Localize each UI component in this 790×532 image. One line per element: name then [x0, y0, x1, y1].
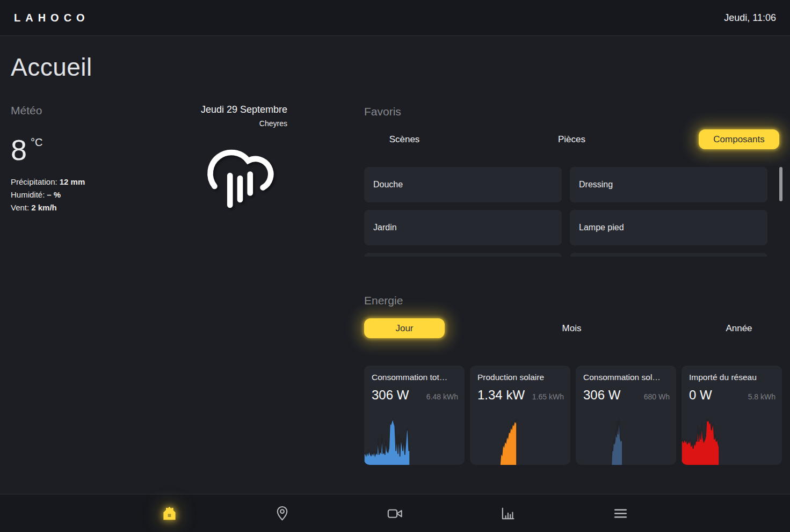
energy-card-importe-du-reseau[interactable]: Importé du réseau 0 W 5.8 kWh	[682, 366, 782, 465]
location-pin-icon	[274, 505, 291, 522]
energy-card-title: Production solaire	[477, 373, 564, 382]
temperature-value: 8	[11, 134, 27, 166]
energy-card-production-solaire[interactable]: Production solaire 1.34 kW 1.65 kWh	[470, 366, 570, 465]
app-logo: LAHOCO	[14, 12, 90, 24]
weather-section: Météo 8°C Précipitation:12 mm Humidité:–…	[11, 104, 172, 117]
energy-card-power: 1.34 kW	[477, 388, 525, 403]
energy-sparkline	[470, 418, 570, 465]
favorite-item-douche[interactable]: Douche	[364, 167, 562, 202]
tab-composants[interactable]: Composants	[699, 129, 779, 149]
nav-rooms-button[interactable]	[266, 497, 299, 529]
weather-today: Jeudi 29 Septembre Cheyres	[177, 104, 287, 128]
temperature-unit: °C	[31, 136, 42, 148]
energy-card-total: 680 Wh	[644, 392, 670, 401]
home-icon	[161, 505, 178, 522]
location-label: Cheyres	[177, 119, 287, 128]
favorites-scrollbar[interactable]	[779, 167, 782, 201]
tab-pieces[interactable]: Pièces	[532, 129, 612, 149]
weather-details: Précipitation:12 mm Humidité:– % Vent:2 …	[11, 177, 172, 216]
bottom-nav	[0, 494, 790, 532]
favorite-item-partial[interactable]	[364, 253, 562, 257]
precipitation-label: Précipitation:	[11, 177, 57, 186]
energy-card-total: 5.8 kWh	[748, 392, 775, 401]
wind-value: 2 km/h	[31, 203, 57, 212]
energy-card-total: 6.48 kWh	[426, 392, 458, 401]
humidity-value: – %	[47, 190, 61, 199]
temperature-readout: 8°C	[11, 135, 43, 164]
datetime-label: Jeudi, 11:06	[724, 12, 776, 24]
energy-sparkline	[682, 418, 782, 465]
favorite-item-label: Douche	[373, 180, 403, 190]
nav-cameras-button[interactable]	[379, 497, 411, 529]
date-label: Jeudi 29 Septembre	[177, 104, 287, 115]
energy-card-consommation-totale[interactable]: Consommation tot… 306 W 6.48 kWh	[364, 366, 465, 465]
energy-card-power: 306 W	[372, 388, 409, 403]
favorite-item-label: Jardin	[373, 223, 397, 232]
precipitation-value: 12 mm	[60, 177, 85, 186]
tab-pieces-label: Pièces	[558, 134, 585, 145]
energy-card-total: 1.65 kWh	[532, 392, 564, 401]
favorites-grid: Douche Dressing Jardin Lampe pied	[364, 167, 767, 257]
energy-sparkline	[364, 418, 465, 465]
favorite-item-label: Lampe pied	[579, 223, 624, 232]
energy-card-power: 0 W	[689, 388, 712, 403]
favorite-item-dressing[interactable]: Dressing	[570, 167, 767, 202]
tab-jour[interactable]: Jour	[364, 318, 445, 338]
energy-sparkline	[576, 418, 676, 465]
favorite-item-label: Dressing	[579, 180, 613, 190]
energy-tabs: Jour Mois Année	[364, 318, 782, 338]
bottom-nav-items	[154, 494, 637, 532]
bar-chart-icon	[499, 505, 516, 522]
energy-card-values: 306 W 6.48 kWh	[372, 388, 458, 403]
tab-composants-label: Composants	[713, 134, 764, 145]
humidity-row: Humidité:– %	[11, 190, 172, 199]
favorites-section-label: Favoris	[364, 105, 401, 118]
tab-mois[interactable]: Mois	[532, 318, 612, 338]
energy-card-consommation-solaire[interactable]: Consommation sol… 306 W 680 Wh	[576, 366, 676, 465]
energy-card-title: Importé du réseau	[689, 373, 775, 382]
favorites-list: Douche Dressing Jardin Lampe pied	[364, 167, 767, 257]
weather-section-label: Météo	[11, 104, 172, 117]
right-column: Favoris Scènes Pièces Composants Douche …	[364, 105, 782, 470]
favorite-item-lampe-pied[interactable]: Lampe pied	[570, 210, 767, 245]
energy-card-title: Consommation sol…	[583, 373, 670, 382]
energy-section-label: Energie	[364, 294, 403, 307]
precipitation-row: Précipitation:12 mm	[11, 177, 172, 186]
rain-cloud-icon	[200, 135, 280, 216]
wind-row: Vent:2 km/h	[11, 203, 172, 212]
tab-scenes-label: Scènes	[389, 134, 420, 145]
nav-stats-button[interactable]	[492, 497, 524, 529]
nav-home-button[interactable]	[154, 497, 186, 529]
energy-card-power: 306 W	[583, 388, 620, 403]
tab-jour-label: Jour	[395, 323, 413, 334]
tab-mois-label: Mois	[562, 323, 582, 334]
energy-cards: Consommation tot… 306 W 6.48 kWh Product…	[364, 366, 782, 465]
energy-card-values: 1.34 kW 1.65 kWh	[477, 388, 564, 403]
humidity-label: Humidité:	[11, 190, 45, 199]
tab-annee-label: Année	[726, 323, 752, 334]
tab-scenes[interactable]: Scènes	[364, 129, 445, 149]
energy-card-values: 0 W 5.8 kWh	[689, 388, 775, 403]
tab-annee[interactable]: Année	[699, 318, 779, 338]
favorite-item-partial[interactable]	[570, 253, 767, 257]
wind-label: Vent:	[11, 203, 29, 212]
top-bar: LAHOCO Jeudi, 11:06	[0, 0, 790, 36]
energy-card-title: Consommation tot…	[372, 373, 458, 382]
favorite-item-jardin[interactable]: Jardin	[364, 210, 562, 245]
energy-card-values: 306 W 680 Wh	[583, 388, 670, 403]
favorites-tabs: Scènes Pièces Composants	[364, 129, 782, 149]
video-camera-icon	[387, 505, 403, 522]
page-title: Accueil	[11, 53, 92, 82]
hamburger-menu-icon	[612, 505, 629, 522]
nav-menu-button[interactable]	[605, 497, 637, 529]
